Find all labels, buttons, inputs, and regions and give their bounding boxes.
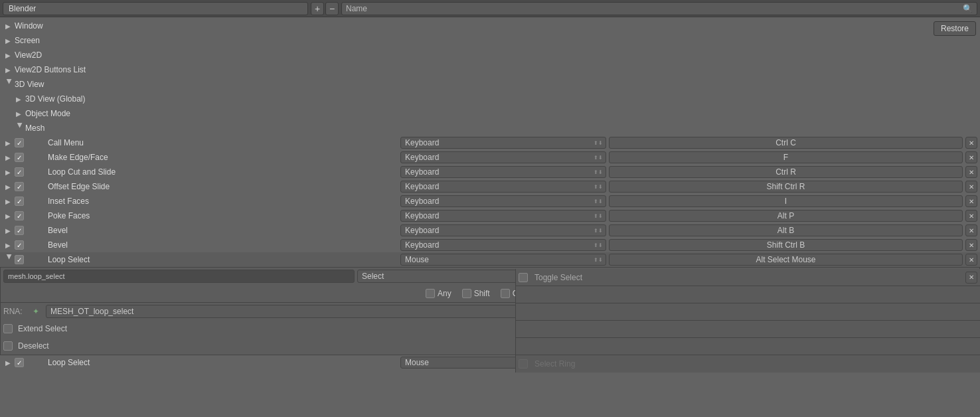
sidebar-item-view2d-buttons[interactable]: ▶ View2D Buttons List — [0, 62, 980, 77]
expand-icon-loop2[interactable]: ▶ — [3, 357, 13, 368]
expand-icon-0[interactable]: ▶ — [3, 137, 13, 148]
sidebar-label-screen: Screen — [15, 36, 40, 45]
table-row: ▶ Call Menu Keyboard Ctrl C ✕ — [0, 135, 980, 150]
expand-arrow-object-mode: ▶ — [13, 108, 24, 119]
key-value-1: F — [609, 151, 963, 163]
close-btn-3[interactable]: ✕ — [965, 181, 977, 193]
expand-icon-2[interactable]: ▶ — [3, 167, 13, 177]
operator-field[interactable]: mesh.loop_select — [3, 270, 355, 283]
restore-button[interactable]: Restore — [934, 21, 976, 36]
enabled-checkbox-1[interactable] — [15, 153, 24, 162]
input-type-0[interactable]: Keyboard — [400, 137, 606, 149]
search-bar[interactable]: Name 🔍 — [341, 2, 977, 15]
row-indent: ▶ — [3, 225, 48, 236]
expand-arrow-mesh: ▶ — [13, 123, 24, 133]
close-btn-0[interactable]: ✕ — [965, 137, 977, 149]
close-btn-4[interactable]: ✕ — [965, 195, 977, 207]
toggle-select-checkbox[interactable] — [519, 273, 528, 282]
input-type-5[interactable]: Keyboard — [400, 210, 606, 222]
input-type-4[interactable]: Keyboard — [400, 195, 606, 207]
sidebar-item-window[interactable]: ▶ Window — [0, 19, 980, 33]
extend-select-checkbox[interactable] — [3, 324, 13, 333]
expand-arrow-screen: ▶ — [3, 35, 13, 46]
sidebar-label-window: Window — [15, 21, 43, 31]
remove-btn[interactable]: − — [325, 2, 339, 15]
input-type-7[interactable]: Keyboard — [400, 239, 606, 251]
input-type-3[interactable]: Keyboard — [400, 181, 606, 193]
expand-icon-4[interactable]: ▶ — [3, 196, 13, 207]
modifier-any: Any — [426, 289, 451, 298]
spacer-2 — [516, 303, 980, 321]
key-value-3: Shift Ctrl R — [609, 181, 963, 193]
expand-icon-7[interactable]: ▶ — [3, 240, 13, 250]
deselect-checkbox[interactable] — [3, 341, 13, 351]
sidebar-label-3dview: 3D View — [15, 80, 44, 89]
expand-icon-3[interactable]: ▶ — [3, 181, 13, 192]
expand-icon-5[interactable]: ▶ — [3, 210, 13, 221]
table-row: ▶ Bevel Keyboard Shift Ctrl B ✕ — [0, 238, 980, 252]
close-btn-1[interactable]: ✕ — [965, 151, 977, 163]
close-btn-loop1[interactable]: ✕ — [965, 254, 977, 266]
expand-icon-1[interactable]: ▶ — [3, 152, 13, 163]
input-type-1[interactable]: Keyboard — [400, 151, 606, 163]
close-btn-7[interactable]: ✕ — [965, 239, 977, 251]
bottom-panels: ▶ Loop Select Mouse Shift Alt Select Mou… — [0, 355, 980, 370]
input-type-2[interactable]: Keyboard — [400, 166, 606, 178]
shortcut-name-6: Bevel — [48, 226, 400, 235]
table-row: ▶ Poke Faces Keyboard Alt P ✕ — [0, 208, 980, 223]
row-indent: ▶ — [3, 137, 48, 148]
toggle-select-row: Toggle Select ✕ — [516, 269, 980, 286]
row-indent: ▶ — [3, 240, 48, 250]
enabled-checkbox-4[interactable] — [15, 197, 24, 206]
close-btn-2[interactable]: ✕ — [965, 166, 977, 178]
main-content: Restore ▶ Window ▶ Screen ▶ View2D ▶ Vie… — [0, 17, 980, 371]
shortcut-name-0: Call Menu — [48, 138, 400, 147]
right-detail-panel: Toggle Select ✕ Select Ring — [515, 269, 980, 373]
sidebar-item-view2d[interactable]: ▶ View2D — [0, 48, 980, 62]
shortcut-name-3: Offset Edge Slide — [48, 182, 400, 191]
key-value-7: Shift Ctrl B — [609, 239, 963, 251]
key-value-loop1: Alt Select Mouse — [609, 254, 963, 266]
enabled-checkbox-loop2[interactable] — [15, 358, 24, 367]
add-btn[interactable]: + — [311, 2, 324, 15]
tree-section: ▶ Window ▶ Screen ▶ View2D ▶ View2D Butt… — [0, 17, 980, 371]
row-indent: ▶ — [3, 254, 48, 265]
sidebar-item-screen[interactable]: ▶ Screen — [0, 33, 980, 48]
shift-checkbox[interactable] — [462, 289, 471, 298]
close-btn-toggle[interactable]: ✕ — [965, 272, 977, 284]
enabled-checkbox-0[interactable] — [15, 138, 24, 147]
sidebar-label-object-mode: Object Mode — [25, 109, 70, 118]
enabled-checkbox-3[interactable] — [15, 182, 24, 191]
expand-icon-6[interactable]: ▶ — [3, 225, 13, 236]
close-btn-6[interactable]: ✕ — [965, 224, 977, 236]
enabled-checkbox-5[interactable] — [15, 211, 24, 220]
loop-select-row-1: ▶ Loop Select Mouse Alt Select Mouse ✕ — [0, 252, 980, 267]
enabled-checkbox-loop1[interactable] — [15, 255, 24, 264]
spacer-4 — [516, 338, 980, 355]
sidebar-item-mesh[interactable]: ▶ Mesh — [0, 121, 980, 135]
close-btn-5[interactable]: ✕ — [965, 210, 977, 222]
any-checkbox[interactable] — [426, 289, 435, 298]
row-indent: ▶ — [3, 196, 48, 207]
input-type-loop1[interactable]: Mouse — [400, 254, 606, 266]
row-indent: ▶ — [3, 210, 48, 221]
sidebar-item-3dview-global[interactable]: ▶ 3D View (Global) — [0, 92, 980, 106]
sidebar-item-3dview[interactable]: ▶ 3D View — [0, 77, 980, 92]
input-type-6[interactable]: Keyboard — [400, 224, 606, 236]
expand-icon-loop1[interactable]: ▶ — [3, 254, 13, 265]
enabled-checkbox-2[interactable] — [15, 167, 24, 177]
spacer-1 — [516, 286, 980, 303]
table-row: ▶ Inset Faces Keyboard I ✕ — [0, 194, 980, 208]
sidebar-item-object-mode[interactable]: ▶ Object Mode — [0, 106, 980, 121]
enabled-checkbox-6[interactable] — [15, 226, 24, 235]
enabled-checkbox-7[interactable] — [15, 240, 24, 250]
row-indent: ▶ — [3, 152, 48, 163]
ctrl-checkbox[interactable] — [501, 289, 510, 298]
spacer-3 — [516, 321, 980, 338]
select-ring-label: Select Ring — [534, 359, 575, 369]
table-row: ▶ Offset Edge Slide Keyboard Shift Ctrl … — [0, 179, 980, 194]
rna-label: RNA: — [3, 307, 30, 316]
shortcut-name-1: Make Edge/Face — [48, 153, 400, 162]
expand-arrow-view2d-buttons: ▶ — [3, 64, 13, 75]
shortcut-name-loop1: Loop Select — [48, 255, 400, 264]
